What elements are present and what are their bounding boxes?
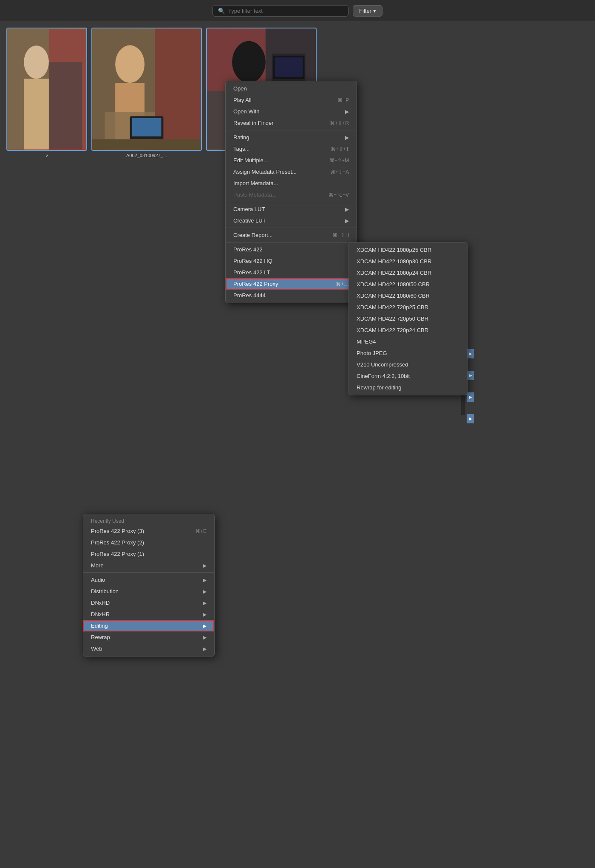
rating-arrow-icon: ▶ (345, 135, 349, 141)
separator-3 (226, 228, 357, 228)
menu-item-xdcam-1080i50[interactable]: XDCAM HD422 1080i50 CBR (349, 279, 467, 290)
menu-item-rewrap[interactable]: Rewrap ▶ (83, 631, 214, 643)
search-input[interactable] (228, 8, 343, 14)
editing-arrow-icon: ▶ (203, 623, 207, 629)
menu-item-prores-422[interactable]: ProRes 422 (226, 244, 357, 255)
camera-lut-arrow-icon: ▶ (345, 206, 349, 212)
dnxhr-arrow-icon: ▶ (203, 612, 207, 617)
thumb-label-1: v (45, 153, 48, 158)
thumb-image-2 (92, 28, 201, 150)
menu-item-xdcam-1080i60[interactable]: XDCAM HD422 1080i60 CBR (349, 290, 467, 302)
menu-item-assign-metadata[interactable]: Assign Metadata Preset... ⌘+⇧+A (226, 166, 357, 178)
open-with-arrow-icon: ▶ (345, 109, 349, 115)
top-bar: 🔍 Filter ▾ (0, 0, 595, 21)
menu-item-prores-422-hq[interactable]: ProRes 422 HQ (226, 255, 357, 267)
scroll-arrow-2[interactable]: ▶ (467, 371, 474, 380)
dnxhd-arrow-icon: ▶ (203, 600, 207, 606)
menu-item-rating[interactable]: Rating ▶ (226, 132, 357, 143)
menu-item-more[interactable]: More ▶ (83, 560, 214, 571)
context-menu-main: Open Play All ⌘+P Open With ▶ Reveal in … (225, 81, 357, 303)
scroll-arrow-3[interactable]: ▶ (467, 392, 474, 402)
thumb-label-2: A002_03100927_... (126, 153, 167, 158)
menu-item-camera-lut[interactable]: Camera LUT ▶ (226, 203, 357, 215)
creative-lut-arrow-icon: ▶ (345, 218, 349, 224)
menu-item-creative-lut[interactable]: Creative LUT ▶ (226, 215, 357, 226)
separator-4 (226, 242, 357, 242)
scroll-arrow-1[interactable]: ▶ (467, 349, 474, 358)
menu-item-xdcam-720p24[interactable]: XDCAM HD422 720p24 CBR (349, 324, 467, 336)
sub-separator-1 (83, 572, 214, 573)
menu-item-web[interactable]: Web ▶ (83, 643, 214, 654)
menu-item-open-with[interactable]: Open With ▶ (226, 106, 357, 117)
menu-item-xdcam-1080p24[interactable]: XDCAM HD422 1080p24 CBR (349, 267, 467, 279)
svg-point-18 (232, 41, 266, 83)
more-arrow-icon: ▶ (203, 563, 207, 569)
svg-rect-22 (275, 57, 303, 77)
filter-button[interactable]: Filter ▾ (353, 5, 382, 17)
menu-item-prores-422-lt[interactable]: ProRes 422 LT (226, 267, 357, 278)
menu-item-dnxhd[interactable]: DNxHD ▶ (83, 597, 214, 609)
context-menu-sub: Recently Used ProRes 422 Proxy (3) ⌘+E P… (83, 514, 215, 657)
distribution-arrow-icon: ▶ (203, 589, 207, 595)
menu-item-distribution[interactable]: Distribution ▶ (83, 586, 214, 597)
menu-item-rewrap-editing[interactable]: Rewrap for editing (349, 382, 467, 393)
menu-item-prores-422-proxy[interactable]: ProRes 422 Proxy ⌘+… (226, 278, 357, 290)
thumbnail-2[interactable]: A002_03100927_... (91, 28, 202, 168)
svg-point-3 (24, 45, 49, 79)
menu-item-proxy-3[interactable]: ProRes 422 Proxy (3) ⌘+E (83, 525, 214, 537)
menu-item-edit-multiple[interactable]: Edit Multiple... ⌘+⇧+M (226, 155, 357, 166)
web-arrow-icon: ▶ (203, 646, 207, 652)
svg-point-9 (115, 45, 144, 83)
search-box[interactable]: 🔍 (212, 5, 348, 17)
thumbnail-1[interactable]: v (6, 28, 87, 168)
menu-item-reveal-finder[interactable]: Reveal in Finder ⌘+⇧+R (226, 117, 357, 129)
menu-item-prores-4444[interactable]: ProRes 4444 (226, 290, 357, 301)
menu-item-proxy-1[interactable]: ProRes 422 Proxy (1) (83, 548, 214, 560)
menu-item-dnxhr[interactable]: DNxHR ▶ (83, 609, 214, 620)
menu-item-import-metadata[interactable]: Import Metadata... (226, 178, 357, 189)
menu-item-audio[interactable]: Audio ▶ (83, 574, 214, 586)
menu-item-v210[interactable]: V210 Uncompressed (349, 359, 467, 370)
menu-item-open[interactable]: Open (226, 83, 357, 94)
recently-used-label: Recently Used (83, 516, 214, 525)
menu-item-tags[interactable]: Tags... ⌘+⇧+T (226, 143, 357, 155)
svg-rect-4 (24, 79, 49, 149)
thumb-image-1 (7, 28, 86, 150)
menu-item-proxy-2[interactable]: ProRes 422 Proxy (2) (83, 537, 214, 548)
separator-2 (226, 202, 357, 202)
menu-item-photo-jpeg[interactable]: Photo JPEG (349, 347, 467, 359)
scroll-arrow-4[interactable]: ▶ (467, 414, 474, 423)
svg-rect-13 (132, 118, 162, 136)
audio-arrow-icon: ▶ (203, 577, 207, 583)
menu-item-editing[interactable]: Editing ▶ (83, 620, 214, 631)
svg-rect-14 (92, 139, 201, 150)
menu-item-play-all[interactable]: Play All ⌘+P (226, 94, 357, 106)
menu-item-xdcam-720p50[interactable]: XDCAM HD422 720p50 CBR (349, 313, 467, 324)
scroll-arrows: ▶ ▶ ▶ ▶ (467, 349, 474, 423)
menu-item-xdcam-720p25[interactable]: XDCAM HD422 720p25 CBR (349, 302, 467, 313)
svg-rect-5 (49, 62, 82, 149)
rewrap-arrow-icon: ▶ (203, 634, 207, 640)
context-menu-third: XDCAM HD422 1080p25 CBR XDCAM HD422 1080… (348, 242, 468, 395)
menu-item-mpeg4[interactable]: MPEG4 (349, 336, 467, 347)
menu-item-xdcam-1080p30[interactable]: XDCAM HD422 1080p30 CBR (349, 256, 467, 267)
filter-arrow-icon: ▾ (373, 8, 376, 14)
separator-1 (226, 130, 357, 130)
menu-item-cineform[interactable]: CineForm 4:2:2, 10bit (349, 370, 467, 382)
menu-item-create-report[interactable]: Create Report... ⌘+⇧+I (226, 229, 357, 241)
search-icon: 🔍 (218, 8, 225, 14)
filter-label: Filter (359, 8, 371, 14)
menu-item-xdcam-1080p25[interactable]: XDCAM HD422 1080p25 CBR (349, 244, 467, 256)
menu-item-paste-metadata: Paste Metadata... ⌘+⌥+V (226, 189, 357, 200)
